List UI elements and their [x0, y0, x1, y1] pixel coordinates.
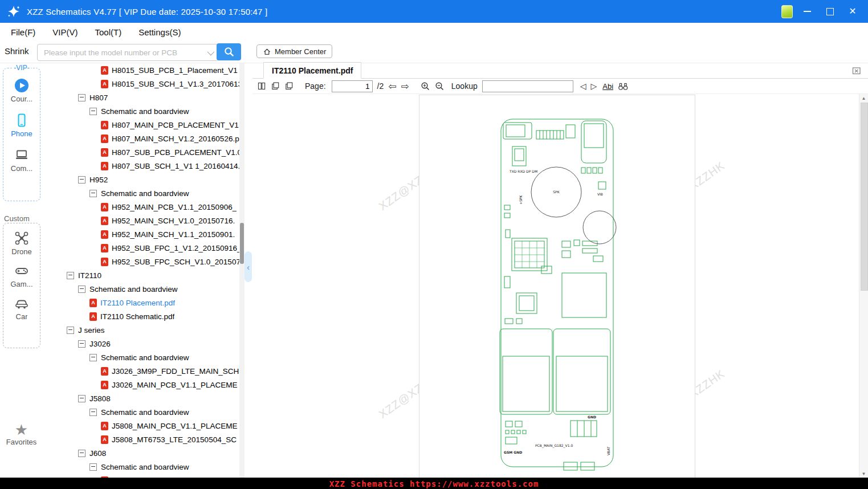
collapse-icon[interactable] — [89, 190, 97, 197]
maximize-button[interactable] — [821, 3, 838, 19]
viewer-scrollbar[interactable]: ▲ ▼ — [859, 94, 868, 478]
close-document-button[interactable] — [852, 66, 862, 75]
tree-item[interactable]: Schematic and boardview — [43, 104, 239, 118]
tree-item[interactable]: A — [43, 474, 239, 478]
search-input[interactable] — [43, 48, 204, 58]
tree-item[interactable]: AH952_MAIN_SCH_V1.0_20150716. — [43, 214, 239, 227]
tree-item[interactable]: J5808 — [43, 392, 239, 405]
copy-page-button[interactable] — [271, 82, 280, 91]
tree-item[interactable]: Schematic and boardview — [43, 405, 239, 419]
tree-item[interactable]: Schematic and boardview — [43, 460, 239, 474]
pcb-placement-drawing: TXD RXD DP DM SPK +SPK VIB GND PCB_MAIN_… — [419, 95, 695, 478]
tree-item[interactable]: J3026 — [43, 337, 239, 351]
menu-file[interactable]: File(F) — [2, 27, 44, 37]
search-button[interactable] — [217, 43, 241, 60]
tree-item[interactable]: AH952_SUB_FPC_1_V1.2_20150916_ — [43, 241, 239, 255]
tree-item[interactable]: AJ5808_MT6753_LTE_20150504_SC — [43, 433, 239, 446]
tree-item[interactable]: Schematic and boardview — [43, 351, 239, 364]
page-number-input[interactable] — [332, 80, 373, 92]
tree-item[interactable]: AIT2110 Schematic.pdf — [43, 309, 239, 323]
paste-page-button[interactable] — [284, 82, 294, 91]
custom-group: Drone Gam... — [3, 223, 40, 348]
tree-item[interactable]: AH807_SUB_PCB_PLACEMENT_V1.0 — [43, 145, 239, 159]
zoom-in-button[interactable] — [421, 82, 430, 91]
collapse-icon[interactable] — [78, 395, 85, 402]
collapse-icon[interactable] — [78, 450, 85, 457]
tree-scrollbar[interactable] — [239, 63, 244, 478]
pdf-page: TXD RXD DP DM SPK +SPK VIB GND PCB_MAIN_… — [419, 95, 695, 478]
tree-item[interactable]: AH807_MAIN_SCH_V1.2_20160526.p — [43, 132, 239, 145]
tree-item[interactable]: AH807_MAIN_PCB_PLACEMENT_V1 — [43, 118, 239, 132]
tree-item[interactable]: IT2110 — [43, 268, 239, 282]
pdf-icon: A — [101, 148, 108, 157]
collapse-icon[interactable] — [78, 94, 85, 101]
find-next-icon[interactable]: ▷ — [591, 82, 597, 91]
next-view-icon[interactable]: ⇨ — [401, 82, 409, 91]
collapse-icon[interactable] — [89, 108, 97, 115]
search-document-button[interactable] — [618, 82, 629, 91]
vip-group-label: -VIP- — [12, 64, 31, 72]
tree-item[interactable]: AH952_SUB_FPC_SCH_V1.0_201507 — [43, 255, 239, 268]
tree-item[interactable]: AH952_MAIN_SCH_V1.1_20150901. — [43, 227, 239, 241]
close-icon: ✕ — [849, 7, 856, 16]
previous-view-icon[interactable]: ⇦ — [388, 82, 396, 91]
collapse-icon[interactable] — [78, 286, 85, 293]
tree-item-selected[interactable]: AIT2110 Placement.pdf — [43, 296, 239, 309]
sidebar-item-favorites[interactable]: ★ Favorites — [0, 422, 43, 446]
tree-item[interactable]: AH8015_SUB_PCB_1_Placement_V1 — [43, 63, 239, 77]
pdf-icon: A — [101, 258, 108, 266]
member-center-button[interactable]: Member Center — [256, 44, 332, 58]
collapse-icon[interactable] — [78, 176, 85, 184]
sidebar-item-gamepad[interactable]: Gam... — [3, 263, 40, 288]
menu-settings[interactable]: Settings(S) — [130, 27, 189, 37]
tree-item[interactable]: AJ5808_MAIN_PCB_V1.1_PLACEME — [43, 419, 239, 433]
menu-vip[interactable]: VIP(V) — [44, 27, 86, 37]
sidebar-item-drone[interactable]: Drone — [3, 231, 40, 256]
svg-text:GND: GND — [588, 415, 596, 419]
close-button[interactable]: ✕ — [844, 3, 861, 19]
svg-text:VIB: VIB — [597, 192, 603, 196]
viewer-scrollbar-thumb[interactable] — [861, 103, 868, 291]
tree-scrollbar-thumb[interactable] — [240, 223, 244, 264]
tree-item[interactable]: AH952_MAIN_PCB_V1.1_20150906_ — [43, 200, 239, 214]
shrink-button[interactable]: Shrink — [5, 46, 29, 56]
vip-status-icon[interactable] — [781, 5, 793, 18]
pdf-icon: A — [101, 217, 108, 225]
chevron-down-icon[interactable] — [207, 48, 215, 55]
zoom-out-button[interactable] — [435, 82, 445, 91]
tree-item[interactable]: AH8015_SUB_SCH_1_V1.3_20170613 — [43, 77, 239, 91]
tree-item[interactable]: AJ3026_3M9P_FDD_LTE_MAIN_SCH — [43, 364, 239, 378]
scroll-down-icon[interactable]: ▼ — [859, 470, 868, 478]
tree-item[interactable]: Schematic and boardview — [43, 282, 239, 296]
collapse-icon[interactable] — [67, 272, 74, 279]
sidebar-item-computer[interactable]: Com... — [3, 148, 40, 173]
find-previous-icon[interactable]: ◁ — [580, 82, 586, 91]
collapse-icon[interactable] — [78, 340, 85, 348]
sidebar-item-car[interactable]: Car — [3, 296, 40, 321]
favorites-star-icon: ★ — [15, 422, 28, 437]
collapse-icon[interactable] — [89, 409, 97, 416]
minimize-button[interactable] — [798, 3, 816, 19]
two-page-view-button[interactable] — [257, 82, 266, 91]
pdf-icon: A — [101, 367, 108, 376]
tab-it2110-placement[interactable]: IT2110 Placement.pdf — [263, 62, 361, 79]
tree-item[interactable]: J series — [43, 323, 239, 337]
scroll-up-icon[interactable]: ▲ — [859, 94, 868, 102]
sidebar-item-phone[interactable]: Phone — [3, 113, 40, 138]
tree-item[interactable]: H952 — [43, 173, 239, 186]
pdf-viewer: XZZ@XZZHK XZZ@XZZHK XZZ@XZZHK XZZ@XZZHK — [252, 94, 868, 478]
collapse-panel-handle[interactable]: ‹ — [244, 251, 252, 282]
tree-item[interactable]: H807 — [43, 91, 239, 104]
tree-item[interactable]: Schematic and boardview — [43, 186, 239, 200]
collapse-icon[interactable] — [89, 463, 97, 471]
lookup-input[interactable] — [482, 80, 573, 92]
tree-item[interactable]: AH807_SUB_SCH_1_V1 1_20160414. — [43, 159, 239, 173]
text-select-tool[interactable]: Abi — [602, 82, 613, 91]
tree-item[interactable]: J608 — [43, 446, 239, 460]
menu-tool[interactable]: Tool(T) — [87, 27, 131, 37]
collapse-icon[interactable] — [67, 327, 74, 334]
sidebar-item-course[interactable]: Cour... — [3, 78, 40, 103]
collapse-icon[interactable] — [89, 354, 97, 361]
pdf-icon: A — [101, 476, 108, 478]
tree-item[interactable]: AJ3026_MAIN_PCB_V1.1_PLACEME — [43, 378, 239, 392]
